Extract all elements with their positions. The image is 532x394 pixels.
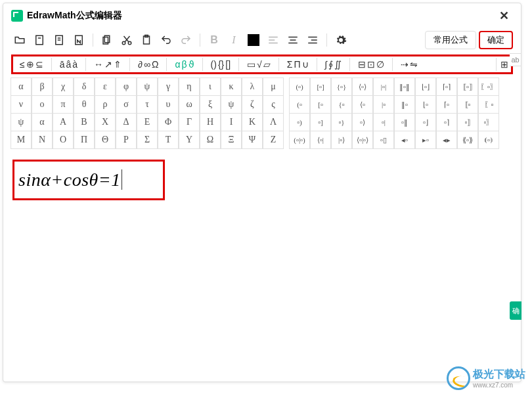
- align-right-button[interactable]: [304, 32, 321, 49]
- greek-cell[interactable]: ρ: [95, 95, 116, 114]
- bracket-cell[interactable]: ◂▸: [436, 131, 457, 149]
- category-group-0[interactable]: ≤⊕⊆: [16, 58, 47, 71]
- bracket-cell[interactable]: ▫▯: [373, 131, 394, 149]
- paste-button[interactable]: [138, 32, 155, 49]
- bracket-cell[interactable]: 〖▫〗: [478, 77, 499, 96]
- category-group-4[interactable]: αβϑ: [171, 58, 198, 71]
- bracket-cell[interactable]: ▸▫: [415, 131, 436, 149]
- greek-cell[interactable]: ε: [95, 77, 116, 96]
- greek-cell[interactable]: φ: [116, 77, 137, 96]
- bracket-cell[interactable]: ‖▫‖: [394, 77, 415, 96]
- bracket-cell[interactable]: ▫⟩: [352, 113, 373, 131]
- greek-cell[interactable]: Ω: [200, 131, 221, 149]
- greek-cell[interactable]: Α: [53, 113, 74, 131]
- greek-cell[interactable]: Τ: [158, 131, 179, 149]
- category-group-5[interactable]: (){}[]: [207, 58, 234, 71]
- greek-cell[interactable]: Ψ: [242, 131, 263, 149]
- greek-cell[interactable]: Κ: [242, 113, 263, 131]
- bracket-cell[interactable]: ▫⌉: [436, 113, 457, 131]
- bracket-cell[interactable]: ▫〗: [478, 113, 499, 131]
- confirm-button[interactable]: 确定: [479, 31, 513, 49]
- bracket-cell[interactable]: ▫⌋: [415, 113, 436, 131]
- greek-cell[interactable]: γ: [158, 77, 179, 96]
- category-group-6[interactable]: ▭√▱: [243, 58, 275, 71]
- bracket-cell[interactable]: (▫: [289, 95, 310, 114]
- greek-cell[interactable]: χ: [53, 77, 74, 96]
- greek-cell[interactable]: Ο: [53, 131, 74, 149]
- category-group-3[interactable]: ∂∞Ω: [134, 58, 162, 71]
- bracket-cell[interactable]: ⟬▫⟭: [478, 131, 499, 149]
- bracket-cell[interactable]: ◂▫: [394, 131, 415, 149]
- greek-cell[interactable]: Π: [74, 131, 95, 149]
- greek-cell[interactable]: Ζ: [263, 131, 284, 149]
- category-group-1[interactable]: āâà: [56, 58, 81, 71]
- greek-cell[interactable]: σ: [116, 95, 137, 114]
- greek-cell[interactable]: ξ: [200, 95, 221, 114]
- color-button[interactable]: [245, 32, 262, 49]
- copy-button[interactable]: [99, 32, 116, 49]
- common-formula-button[interactable]: 常用公式: [425, 31, 476, 49]
- bracket-cell[interactable]: ▫): [289, 113, 310, 131]
- bracket-cell[interactable]: {▫: [331, 95, 352, 114]
- category-group-2[interactable]: ↔↗⇑: [90, 58, 125, 71]
- undo-button[interactable]: [158, 32, 175, 49]
- greek-cell[interactable]: δ: [74, 77, 95, 96]
- formula-preview[interactable]: sinα+cosθ=1: [12, 160, 165, 200]
- greek-cell[interactable]: ζ: [242, 95, 263, 114]
- greek-cell[interactable]: ο: [32, 95, 53, 114]
- greek-cell[interactable]: ψ: [11, 113, 32, 131]
- greek-cell[interactable]: ς: [263, 95, 284, 114]
- bracket-cell[interactable]: [▫: [310, 95, 331, 114]
- greek-cell[interactable]: η: [179, 77, 200, 96]
- greek-cell[interactable]: υ: [158, 95, 179, 114]
- greek-cell[interactable]: Σ: [137, 131, 158, 149]
- bracket-cell[interactable]: |▫⟩: [331, 131, 352, 149]
- greek-cell[interactable]: Δ: [116, 113, 137, 131]
- green-side-button[interactable]: 确: [510, 301, 521, 320]
- close-button[interactable]: ✕: [495, 9, 513, 23]
- greek-cell[interactable]: β: [32, 77, 53, 96]
- bracket-cell[interactable]: ⟨▫⟩: [352, 77, 373, 96]
- bracket-cell[interactable]: 〖▫: [478, 95, 499, 114]
- bracket-cell[interactable]: ⌈▫⌉: [436, 77, 457, 96]
- bold-button[interactable]: B: [206, 32, 223, 49]
- bracket-cell[interactable]: [▫]: [310, 77, 331, 96]
- bracket-cell[interactable]: {▫}: [331, 77, 352, 96]
- bracket-cell[interactable]: (▫): [289, 77, 310, 96]
- greek-cell[interactable]: Ν: [32, 131, 53, 149]
- greek-cell[interactable]: Ξ: [221, 131, 242, 149]
- bracket-cell[interactable]: ▫]: [310, 113, 331, 131]
- greek-cell[interactable]: μ: [263, 77, 284, 96]
- greek-cell[interactable]: Φ: [158, 113, 179, 131]
- greek-cell[interactable]: Γ: [179, 113, 200, 131]
- bracket-cell[interactable]: ⟦▫: [457, 95, 478, 114]
- bracket-cell[interactable]: ⌊▫: [415, 95, 436, 114]
- greek-cell[interactable]: Λ: [263, 113, 284, 131]
- open-file-button[interactable]: [11, 32, 28, 49]
- settings-button[interactable]: [332, 32, 349, 49]
- bracket-cell[interactable]: ⟪▫⟫: [457, 131, 478, 149]
- greek-cell[interactable]: α: [11, 77, 32, 96]
- page-2-button[interactable]: [51, 32, 68, 49]
- bracket-cell[interactable]: ‖▫: [394, 95, 415, 114]
- bracket-cell[interactable]: ⟨▫: [352, 95, 373, 114]
- greek-cell[interactable]: Ε: [137, 113, 158, 131]
- category-group-9[interactable]: ⊟⊡∅: [354, 58, 388, 71]
- greek-cell[interactable]: κ: [221, 77, 242, 96]
- greek-cell[interactable]: ω: [179, 95, 200, 114]
- bracket-cell[interactable]: ⟨▫|▫⟩: [352, 131, 373, 149]
- greek-cell[interactable]: Θ: [95, 131, 116, 149]
- page-3-button[interactable]: [70, 32, 87, 49]
- align-left-button[interactable]: [265, 32, 282, 49]
- category-group-7[interactable]: ΣΠ∪: [283, 58, 313, 71]
- greek-cell[interactable]: θ: [74, 95, 95, 114]
- greek-cell[interactable]: Μ: [11, 131, 32, 149]
- bracket-cell[interactable]: (▫|▫): [289, 131, 310, 149]
- align-center-button[interactable]: [284, 32, 301, 49]
- italic-button[interactable]: I: [225, 32, 242, 49]
- greek-cell[interactable]: Η: [200, 113, 221, 131]
- bracket-cell[interactable]: ⌊▫⌋: [415, 77, 436, 96]
- greek-cell[interactable]: Υ: [179, 131, 200, 149]
- bracket-cell[interactable]: ⟨▫|: [310, 131, 331, 149]
- greek-cell[interactable]: ι: [200, 77, 221, 96]
